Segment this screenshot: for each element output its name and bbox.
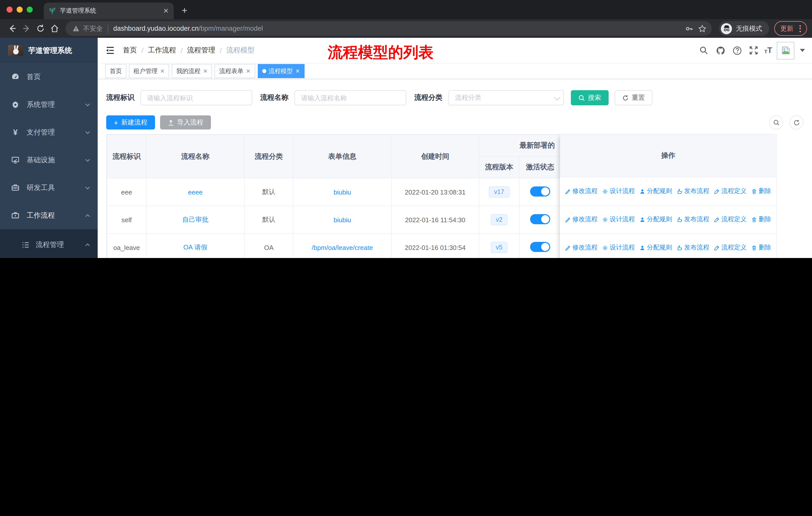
tab-tenant[interactable]: 租户管理✕ bbox=[129, 64, 169, 78]
action-definition[interactable]: 流程定义 bbox=[714, 243, 747, 252]
sidebar-item-home[interactable]: 首页 bbox=[0, 63, 98, 91]
action-definition[interactable]: 流程定义 bbox=[714, 187, 747, 195]
sidebar-item-workflow[interactable]: 工作流程 bbox=[0, 201, 98, 229]
close-window-button[interactable] bbox=[6, 6, 12, 12]
col-header-form-info: 表单信息 bbox=[293, 135, 392, 178]
action-delete[interactable]: 删除 bbox=[751, 215, 771, 224]
process-name-link[interactable]: eeee bbox=[188, 188, 203, 196]
form-info-link[interactable]: biubiu bbox=[334, 216, 351, 223]
minimize-window-button[interactable] bbox=[17, 6, 23, 12]
tab-process-model[interactable]: 流程模型✕ bbox=[258, 64, 304, 78]
tab-my-process[interactable]: 我的流程✕ bbox=[172, 64, 212, 78]
form-info-link[interactable]: biubiu bbox=[334, 188, 351, 196]
sidebar-item-process-management[interactable]: 流程管理 bbox=[0, 232, 98, 257]
search-icon[interactable] bbox=[698, 44, 710, 56]
action-design[interactable]: 设计流程 bbox=[602, 187, 635, 195]
password-key-icon[interactable] bbox=[683, 22, 696, 35]
maximize-window-button[interactable] bbox=[27, 6, 33, 12]
sidebar-logo[interactable]: 芋道管理系统 bbox=[0, 38, 98, 63]
browser-tab[interactable]: 芋道管理系统 ✕ bbox=[44, 2, 174, 19]
process-key-input[interactable] bbox=[141, 90, 252, 105]
sidebar-item-label: 支付管理 bbox=[27, 128, 78, 137]
page-header: 首页 / 工作流程 / 流程管理 / 流程模型 bbox=[98, 38, 812, 63]
avatar-caret-icon[interactable] bbox=[800, 49, 805, 52]
font-size-icon[interactable]: TT bbox=[764, 46, 772, 54]
reload-icon[interactable] bbox=[33, 21, 47, 35]
github-icon[interactable] bbox=[714, 44, 726, 56]
operations-column: 操作 修改流程 设计流程 分配规则 发布流程 流程定义 删除 修改流程 bbox=[560, 135, 776, 258]
new-tab-button[interactable]: + bbox=[182, 5, 187, 16]
browser-update-button[interactable]: 更新 bbox=[774, 21, 807, 36]
sidebar-item-process-form[interactable]: 流程表单 bbox=[0, 257, 98, 258]
home-icon[interactable] bbox=[47, 21, 61, 35]
reset-button[interactable]: 重置 bbox=[615, 90, 652, 105]
action-publish[interactable]: 发布流程 bbox=[676, 187, 709, 195]
version-badge[interactable]: v17 bbox=[489, 186, 509, 197]
process-category-select[interactable]: 流程分类 bbox=[448, 90, 564, 105]
table-toolbar: + 新建流程 导入流程 bbox=[106, 115, 804, 130]
action-design[interactable]: 设计流程 bbox=[602, 215, 635, 224]
active-toggle[interactable] bbox=[530, 242, 550, 252]
process-name-link[interactable]: OA 请假 bbox=[183, 243, 207, 251]
forward-icon[interactable] bbox=[19, 21, 33, 35]
action-definition[interactable]: 流程定义 bbox=[714, 215, 747, 224]
active-toggle[interactable] bbox=[530, 214, 550, 224]
row-actions: 修改流程 设计流程 分配规则 发布流程 流程定义 删除 bbox=[560, 206, 776, 234]
tab-close-icon[interactable]: ✕ bbox=[295, 68, 300, 74]
tab-process-form[interactable]: 流程表单✕ bbox=[215, 64, 255, 78]
breadcrumb-home[interactable]: 首页 bbox=[123, 46, 137, 55]
action-edit[interactable]: 修改流程 bbox=[565, 215, 598, 224]
action-publish[interactable]: 发布流程 bbox=[676, 243, 709, 252]
refresh-table-icon[interactable] bbox=[789, 115, 804, 130]
process-name-link[interactable]: 自己审批 bbox=[182, 216, 208, 223]
button-label: 搜索 bbox=[588, 93, 601, 102]
help-icon[interactable] bbox=[731, 44, 743, 56]
window-controls[interactable] bbox=[6, 6, 33, 12]
action-design[interactable]: 设计流程 bbox=[602, 243, 635, 252]
version-badge[interactable]: v2 bbox=[491, 214, 508, 225]
browser-titlebar: 芋道管理系统 ✕ + bbox=[0, 0, 812, 19]
action-assign-rule[interactable]: 分配规则 bbox=[639, 243, 672, 252]
action-publish[interactable]: 发布流程 bbox=[676, 215, 709, 224]
update-label: 更新 bbox=[780, 24, 793, 33]
search-button[interactable]: 搜索 bbox=[571, 90, 609, 105]
show-search-icon[interactable] bbox=[769, 115, 783, 130]
action-delete[interactable]: 删除 bbox=[751, 187, 771, 195]
browser-menu-icon[interactable] bbox=[800, 25, 801, 32]
import-process-button[interactable]: 导入流程 bbox=[160, 115, 211, 130]
process-name-input[interactable] bbox=[294, 90, 406, 105]
row-actions: 修改流程 设计流程 分配规则 发布流程 流程定义 删除 bbox=[560, 234, 776, 258]
tab-label: 我的流程 bbox=[176, 67, 200, 75]
tab-home[interactable]: 首页 bbox=[105, 64, 126, 78]
address-bar[interactable]: 不安全 dashboard.yudao.iocoder.cn/bpm/manag… bbox=[65, 21, 712, 36]
incognito-icon bbox=[721, 23, 732, 34]
monitor-icon bbox=[11, 156, 20, 164]
action-edit[interactable]: 修改流程 bbox=[565, 187, 598, 195]
form-info-link[interactable]: /bpm/oa/leave/create bbox=[312, 244, 373, 251]
tab-close-icon[interactable]: ✕ bbox=[246, 68, 251, 74]
tab-close-icon[interactable]: ✕ bbox=[163, 7, 169, 15]
sidebar-item-payment[interactable]: ¥ 支付管理 bbox=[0, 118, 98, 146]
active-toggle[interactable] bbox=[530, 186, 550, 196]
create-process-button[interactable]: + 新建流程 bbox=[106, 115, 155, 130]
version-badge[interactable]: v5 bbox=[491, 242, 508, 253]
fullscreen-icon[interactable] bbox=[748, 44, 760, 56]
bookmark-star-icon[interactable] bbox=[696, 22, 709, 35]
back-icon[interactable] bbox=[5, 21, 19, 35]
action-assign-rule[interactable]: 分配规则 bbox=[639, 187, 672, 195]
action-assign-rule[interactable]: 分配规则 bbox=[639, 215, 672, 224]
cell-process-key: oa_leave bbox=[107, 234, 146, 258]
tab-close-icon[interactable]: ✕ bbox=[203, 68, 207, 74]
action-edit[interactable]: 修改流程 bbox=[565, 243, 598, 252]
tab-close-icon[interactable]: ✕ bbox=[160, 68, 165, 74]
sidebar-item-system[interactable]: 系统管理 bbox=[0, 91, 98, 118]
sidebar-collapse-icon[interactable] bbox=[105, 45, 116, 56]
breadcrumb-workflow[interactable]: 工作流程 bbox=[148, 46, 176, 55]
breadcrumb-process-management[interactable]: 流程管理 bbox=[187, 46, 215, 55]
sidebar-item-infra[interactable]: 基础设施 bbox=[0, 146, 98, 174]
url-text[interactable]: dashboard.yudao.iocoder.cn/bpm/manager/m… bbox=[113, 25, 683, 32]
security-warning[interactable]: 不安全 bbox=[72, 24, 103, 33]
sidebar-item-devtools[interactable]: 研发工具 bbox=[0, 174, 98, 201]
action-delete[interactable]: 删除 bbox=[751, 243, 771, 252]
avatar[interactable] bbox=[777, 42, 794, 59]
